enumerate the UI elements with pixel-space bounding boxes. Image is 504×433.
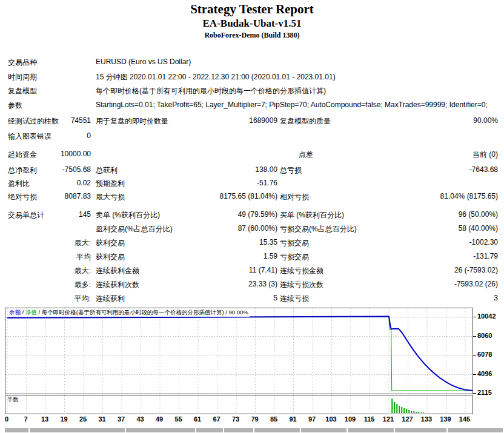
row-drawdown: 绝对亏损8087.83 最大亏损8175.65 (81.04%) 相对亏损81.… [0,192,504,202]
table-header-segment [395,428,446,432]
table-header-segment [348,428,394,432]
value-maximal-drawdown: 8175.65 (81.04%) [96,192,277,200]
value-largest-loss-trade: -1002.30 [280,238,498,246]
y-axis-label: 6078 [477,351,492,358]
value-consecutive-losses-count: -7593.02 (26) [280,280,498,288]
x-axis-label: 139 [440,415,451,423]
value-loss-trades: 58 (40.00%) [280,224,498,233]
x-axis-label: 115 [364,415,375,423]
prefix-average: 平均 [8,252,91,262]
x-axis-label: 61 [194,415,201,423]
y-axis-tick [473,355,476,355]
x-axis-label: 91 [289,415,296,423]
y-axis-tick [473,336,476,337]
x-axis-label: 103 [325,415,336,423]
x-axis-label: 73 [232,415,239,423]
prefix-maximal: 最多: [8,280,91,290]
value-total-trades: 145 [8,210,91,219]
value-average-profit-trade: 1.59 [96,252,277,260]
value-average-loss-trade: -131.79 [280,252,498,260]
x-axis-label: 49 [156,415,163,423]
table-header-segment [196,428,223,432]
value-average-consecutive-losses: 3 [280,294,498,302]
x-axis-label: 133 [421,415,432,423]
lots-chart: 手数 [5,395,473,414]
value-short-positions: 49 (79.59%) [96,210,277,219]
equity-line [7,316,472,391]
label-parameters: 参数 [8,101,22,111]
table-header-segment [224,428,253,432]
table-header-segment [448,428,503,432]
strategy-tester-report: Strategy Tester Report EA-Budak-Ubat-v1.… [0,0,504,433]
x-axis-label: 55 [174,415,182,423]
balance-equity-chart: 余额 / 净值 / 每个即时价格(基于所有可利用的最小时段的每一个价格的分形插值… [5,308,473,394]
row-average-consecutive: 平均: 连续获利5 连续亏损3 [0,294,504,303]
row-initial-deposit: 起始资金10000.00 点差当前 (0) [0,150,504,159]
value-consecutive-wins-count: 23.33 (3) [96,280,277,288]
label-model: 复盘模型 [8,86,37,96]
x-axis-label: 127 [402,415,413,423]
x-axis-label: 37 [118,415,125,423]
y-axis-tick [473,317,476,317]
table-header-segment [30,428,125,432]
x-axis-label: 19 [60,415,67,423]
x-axis-label: 31 [98,415,105,423]
legend-sep1: / [21,309,25,316]
y-axis-label: 4096 [477,370,492,377]
value-period: 15 分钟图 2020.01.01 22:00 - 2022.12.30 21:… [96,72,336,82]
y-axis-tick [473,393,476,394]
row-maximum-consecutive: 最大: 连续获利金额11 (7.41) 连续亏损金额26 (-7593.02) [0,266,504,276]
row-bars-tested: 经测试过的柱数74551 用于复盘的即时价数量1689009 复盘模型的质量90… [0,116,504,126]
label-symbol: 交易品种 [8,58,37,68]
x-axis-label: 85 [270,415,277,423]
x-axis-label: 43 [136,415,144,423]
value-long-positions: 96 (50.00%) [280,210,498,219]
table-header-segment [301,428,346,432]
value-consecutive-wins-amount: 11 (7.41) [96,266,277,274]
row-chart-errors: 输入图表错误0 [0,131,504,141]
row-largest: 最大: 获利交易15.35 亏损交易-1002.30 [0,238,504,248]
x-axis-label: 121 [383,415,394,423]
row-symbol: 交易品种EURUSD (Euro vs US Dollar) [0,58,504,67]
value-largest-profit-trade: 15.35 [96,238,277,246]
value-spread: 当前 (0) [280,150,498,160]
row-model: 复盘模型每个即时价格(基于所有可利用的最小时段的每一个价格的分形插值计算) [0,86,504,96]
value-expected-payoff: -51.76 [96,179,277,187]
row-maximal-consecutive: 最多: 连续获利次数23.33 (3) 连续亏损次数-7593.02 (26) [0,280,504,289]
table-header-segment [5,428,28,432]
server-build: RoboForex-Demo (Build 1380) [0,31,504,40]
value-absolute-drawdown: 8087.83 [8,192,91,200]
prefix-largest: 最大: [8,238,91,248]
balance-chart-canvas [5,308,472,394]
value-average-consecutive-wins: 5 [96,294,277,302]
report-header: Strategy Tester Report EA-Budak-Ubat-v1.… [0,0,504,40]
lots-label: 手数 [7,396,19,404]
value-gross-loss: -7643.68 [280,165,498,174]
trades-table-header-clipped [0,428,504,433]
value-model: 每个即时价格(基于所有可利用的最小时段的每一个价格的分形插值计算) [96,86,326,96]
x-axis-label: 7 [24,415,27,423]
table-header-segment [254,428,300,432]
x-axis-label: 109 [345,415,356,423]
value-ticks-modelled: 1689009 [96,116,277,125]
y-axis-label: 8060 [477,332,492,339]
row-period: 时间周期15 分钟图 2020.01.01 22:00 - 2022.12.30… [0,72,504,82]
y-axis-tick [473,374,476,375]
chart-legend: 余额 / 净值 / 每个即时价格(基于所有可利用的最小时段的每一个价格的分形插值… [8,309,250,317]
legend-balance: 余额 [9,309,21,316]
value-gross-profit: 138.00 [96,165,277,174]
x-axis-label: 25 [79,415,87,423]
x-axis-label: 145 [459,415,470,423]
y-axis-label: 2115 [477,389,492,396]
x-axis-label: 67 [213,415,220,423]
label-period: 时间周期 [8,72,37,82]
value-modelling-quality: 90.00% [280,116,498,125]
balance-line [7,316,472,391]
value-consecutive-losses-amount: 26 (-7593.02) [280,266,498,274]
row-net-profit: 总净盈利-7505.68 总获利138.00 总亏损-7643.68 [0,165,504,175]
x-axis-label: 79 [251,415,258,423]
x-axis-label: 0 [5,415,8,423]
row-profit-trades: 盈利交易(%占总百分比)87 (60.00%) 亏损交易(%占总百分比)58 (… [0,224,504,234]
value-bars-tested: 74551 [8,116,91,125]
chart-y-axis: 100428060607840962115 [473,308,504,398]
